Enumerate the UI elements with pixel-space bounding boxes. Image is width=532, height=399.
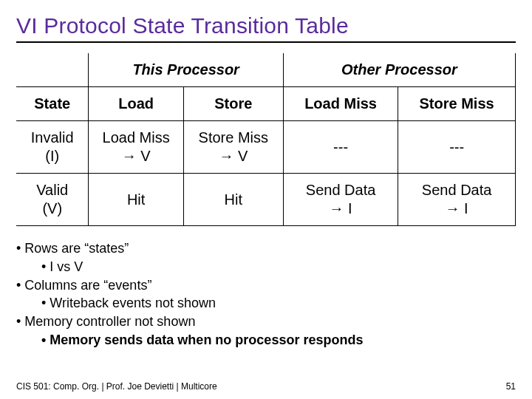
cell-valid-other-load: Send Data → I xyxy=(283,174,398,226)
col-load-miss: Load Miss xyxy=(283,87,398,121)
cell-state-invalid: Invalid (I) xyxy=(16,121,89,174)
bullet-sub-bold: Memory sends data when no processor resp… xyxy=(16,331,516,349)
cell-text: (I) xyxy=(45,148,59,164)
title-underline xyxy=(16,41,516,43)
col-load: Load xyxy=(89,87,183,121)
cell-text: → V xyxy=(122,148,151,164)
col-store-miss: Store Miss xyxy=(398,87,516,121)
cell-text: Send Data xyxy=(306,182,376,198)
cell-text: → I xyxy=(446,200,468,216)
page-number: 51 xyxy=(506,381,516,392)
footer: CIS 501: Comp. Org. | Prof. Joe Devietti… xyxy=(16,381,516,392)
cell-text: Valid xyxy=(36,182,68,198)
bullet: Columns are “events” xyxy=(16,276,516,295)
bullet-list: Rows are “states” I vs V Columns are “ev… xyxy=(16,239,516,349)
bullet: Rows are “states” xyxy=(16,239,516,258)
cell-text: (V) xyxy=(42,200,62,216)
column-header-row: State Load Store Load Miss Store Miss xyxy=(16,87,516,121)
cell-valid-store: Hit xyxy=(183,174,283,226)
cell-invalid-store: Store Miss → V xyxy=(183,121,283,174)
col-store: Store xyxy=(183,87,283,121)
footer-left: CIS 501: Comp. Org. | Prof. Joe Devietti… xyxy=(16,381,217,392)
cell-text: → I xyxy=(329,200,352,216)
slide-title: VI Protocol State Transition Table xyxy=(16,13,516,38)
corner-cell xyxy=(16,53,89,87)
cell-invalid-other-store: --- xyxy=(398,121,516,174)
cell-valid-other-store: Send Data → I xyxy=(398,174,516,226)
cell-text: Store Miss xyxy=(199,129,268,146)
cell-invalid-other-load: --- xyxy=(283,121,398,174)
col-state: State xyxy=(16,87,89,121)
cell-text: → V xyxy=(219,148,248,164)
transition-table: This Processor Other Processor State Loa… xyxy=(16,53,516,226)
bullet: Memory controller not shown xyxy=(16,313,516,331)
cell-text: Invalid xyxy=(31,129,74,146)
slide: VI Protocol State Transition Table This … xyxy=(0,0,532,399)
cell-text: Load Miss xyxy=(103,129,170,146)
row-valid: Valid (V) Hit Hit Send Data → I Send Dat… xyxy=(16,174,516,226)
bullet-sub: I vs V xyxy=(16,258,516,276)
row-invalid: Invalid (I) Load Miss → V Store Miss → V… xyxy=(16,121,516,174)
cell-valid-load: Hit xyxy=(89,174,183,226)
cell-text: Send Data xyxy=(422,182,492,198)
group-other-processor: Other Processor xyxy=(283,53,515,87)
group-header-row: This Processor Other Processor xyxy=(16,53,516,87)
cell-invalid-load: Load Miss → V xyxy=(89,121,183,174)
cell-state-valid: Valid (V) xyxy=(16,174,89,226)
group-this-processor: This Processor xyxy=(89,53,283,87)
bullet-sub: Writeback events not shown xyxy=(16,294,516,313)
